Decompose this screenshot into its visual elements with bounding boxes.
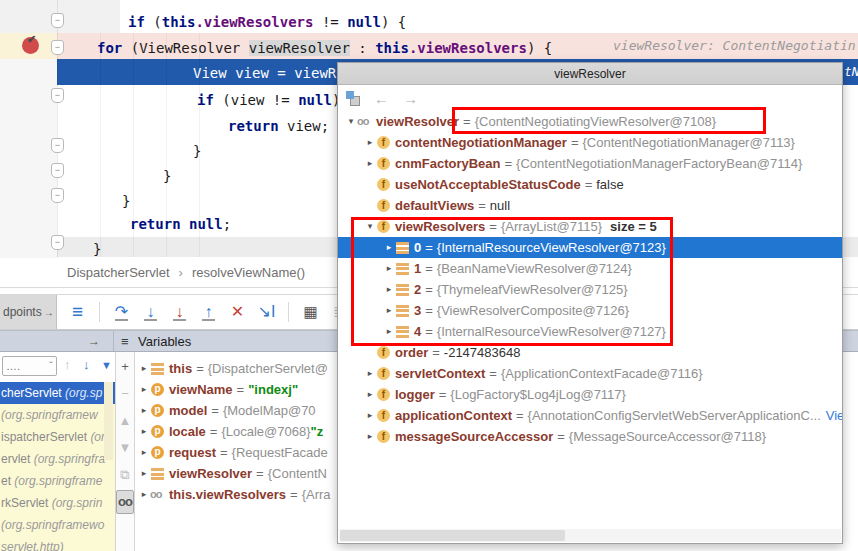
step-into-icon[interactable]: ↓ [138, 303, 163, 321]
force-step-into-icon[interactable]: ↓ [167, 303, 192, 321]
breakpoint-icon[interactable] [22, 37, 39, 54]
field-name: 3 [414, 300, 421, 321]
stack-frame-row[interactable]: ervlet (org.springfra [0, 448, 115, 470]
frame-package-fragment: (or [90, 430, 105, 444]
chevron-icon[interactable]: ▾ [363, 216, 377, 237]
chevron-icon[interactable]: ▸ [363, 405, 377, 426]
fold-marker-icon[interactable]: − [51, 13, 64, 28]
popup-tree-row[interactable]: ▾ viewResolvers = {ArrayList@7115} size … [338, 216, 842, 237]
chevron-icon[interactable]: ▾ [344, 111, 358, 132]
remove-watch-icon[interactable]: − [116, 382, 134, 406]
chevron-icon[interactable]: ▸ [363, 153, 377, 174]
chevron-icon[interactable]: ▸ [382, 258, 396, 279]
stack-frame-row[interactable]: (org.springframew [0, 404, 115, 426]
fold-marker-icon[interactable]: − [51, 88, 64, 103]
step-over-icon[interactable]: ↷ [109, 303, 134, 321]
stack-frame-row[interactable]: (org.springframewo [0, 514, 115, 536]
chevron-icon[interactable]: ▸ [382, 300, 396, 321]
code-line: } [93, 239, 101, 258]
chevron-icon[interactable]: ▸ [363, 384, 377, 405]
move-down-icon[interactable]: ▼ [116, 436, 134, 460]
popup-tree-row[interactable]: ▸ 1 = {BeanNameViewResolver@7124} [338, 258, 842, 279]
code-token: ) { [381, 14, 406, 30]
breadcrumb-class[interactable]: DispatcherServlet [67, 265, 170, 280]
fold-marker-icon[interactable]: − [51, 40, 64, 55]
stack-frame-row[interactable]: ispatcherServlet (or [0, 426, 115, 448]
breadcrumb-method[interactable]: resolveViewName() [192, 265, 305, 280]
chevron-right-icon[interactable]: ▸ [137, 358, 151, 379]
filter-icon[interactable]: ▼ [101, 359, 112, 371]
chevron-icon[interactable]: ▸ [363, 363, 377, 384]
duplicate-icon[interactable]: ⧉ [116, 463, 134, 487]
chevron-icon[interactable]: ▸ [363, 132, 377, 153]
tab-variables[interactable]: Variables [138, 334, 191, 349]
stack-frame-row[interactable]: rkServlet (org.sprin [0, 492, 115, 514]
step-out-icon[interactable]: ↑ [196, 303, 221, 321]
chevron-right-icon[interactable]: ▸ [137, 379, 151, 400]
forward-arrow-icon[interactable]: → [403, 90, 418, 107]
popup-tree-row[interactable]: ▸ logger = {LogFactory$Log4jLog@7117} [338, 384, 842, 405]
chevron-icon[interactable]: ▸ [382, 279, 396, 300]
evaluate-expression-icon[interactable]: ▦ [298, 303, 323, 321]
frame-up-icon[interactable]: ↑ [64, 357, 71, 372]
hide-panel-arrow-icon[interactable]: → [88, 334, 100, 348]
chevron-icon[interactable]: ▸ [363, 426, 377, 447]
popup-tree-row[interactable]: ▸ servletContext = {ApplicationContextFa… [338, 363, 842, 384]
code-token: this [162, 14, 196, 30]
field-type-icon [377, 388, 390, 401]
code-token: this [375, 40, 409, 56]
debugger-window: − − − − − − − if (this.viewResolvers != … [0, 0, 858, 551]
variable-name: request [169, 442, 216, 463]
code-line: for (ViewResolver viewResolver : this.vi… [97, 38, 552, 58]
popup-tree-row[interactable]: defaultViews = null [338, 195, 842, 216]
breakpoints-tab-fragment[interactable]: dpoints → [0, 295, 57, 329]
popup-tree-row[interactable]: ▸ contentNegotiationManager = {ContentNe… [338, 132, 842, 153]
back-arrow-icon[interactable]: ← [374, 90, 389, 107]
popup-tree-row[interactable]: ▸ messageSourceAccessor = {MessageSource… [338, 426, 842, 447]
stack-frame-row[interactable]: cherServlet (org.sp [0, 382, 115, 404]
threads-view-icon[interactable]: ≡ [65, 303, 90, 321]
variable-value: {Arra [302, 484, 331, 505]
popup-tree-row[interactable]: order = -2147483648 [338, 342, 842, 363]
move-up-icon[interactable]: ▲ [116, 409, 134, 433]
frames-scrollbar[interactable] [104, 382, 113, 460]
chevron-right-icon[interactable]: ▸ [137, 400, 151, 421]
scrollbar-thumb[interactable] [340, 530, 565, 541]
popup-tree-row[interactable]: ▸ 3 = {ViewResolverComposite@7126} [338, 300, 842, 321]
stack-frame-row[interactable]: servlet.http) [0, 536, 115, 551]
popup-tree-row[interactable]: ▸ cnmFactoryBean = {ContentNegotiationMa… [338, 153, 842, 174]
chevron-right-icon[interactable]: ▸ [137, 484, 151, 505]
equals-sign: = [211, 400, 219, 421]
view-link[interactable]: View [826, 405, 842, 426]
toolbar-icon[interactable] [99, 302, 100, 322]
fold-marker-icon[interactable]: − [51, 188, 64, 203]
code-line: return null; [130, 214, 231, 234]
inspect-icon[interactable] [346, 91, 360, 105]
field-value: {LogFactory$Log4jLog@7117} [450, 384, 626, 405]
stack-frame-row[interactable]: et (org.springframe [0, 470, 115, 492]
chevron-icon[interactable]: ▸ [382, 321, 396, 342]
popup-tree-row[interactable]: useNotAcceptableStatusCode = false [338, 174, 842, 195]
popup-tree-row[interactable]: ▸ 0 = {InternalResourceViewResolver@7123… [338, 237, 842, 258]
frame-down-icon[interactable]: ↓ [83, 357, 90, 372]
chevron-right-icon[interactable]: ▸ [137, 442, 151, 463]
popup-tree-row[interactable]: ▸ 4 = {InternalResourceViewResolver@7127… [338, 321, 842, 342]
popup-tree-row[interactable]: ▸ 2 = {ThymeleafViewResolver@7125} [338, 279, 842, 300]
toolbar-icon[interactable] [288, 302, 289, 322]
popup-horizontal-scrollbar[interactable] [339, 529, 841, 542]
run-to-cursor-icon[interactable]: ↘I [254, 303, 279, 321]
chevron-right-icon[interactable]: ▸ [137, 421, 151, 442]
inspection-popup: viewResolver ← → ▾ viewResolver = {Conte… [337, 62, 843, 544]
fold-marker-icon[interactable]: − [51, 138, 64, 153]
fold-marker-icon[interactable]: − [51, 163, 64, 178]
chevron-right-icon[interactable]: ▸ [137, 463, 151, 484]
add-watch-icon[interactable]: + [116, 355, 134, 379]
chevron-icon[interactable]: ▸ [382, 237, 396, 258]
drop-frame-icon[interactable]: ✕ [225, 303, 250, 321]
thread-selector-dropdown[interactable]: …. ˇ [2, 356, 57, 376]
popup-tree-row[interactable]: ▾ viewResolver = {ContentNegotiatingView… [338, 111, 842, 132]
code-token: return [130, 216, 181, 232]
popup-tree-row[interactable]: ▸ applicationContext = {AnnotationConfig… [338, 405, 842, 426]
fold-marker-icon[interactable]: − [51, 235, 64, 250]
show-watches-icon[interactable]: oo [116, 490, 134, 514]
